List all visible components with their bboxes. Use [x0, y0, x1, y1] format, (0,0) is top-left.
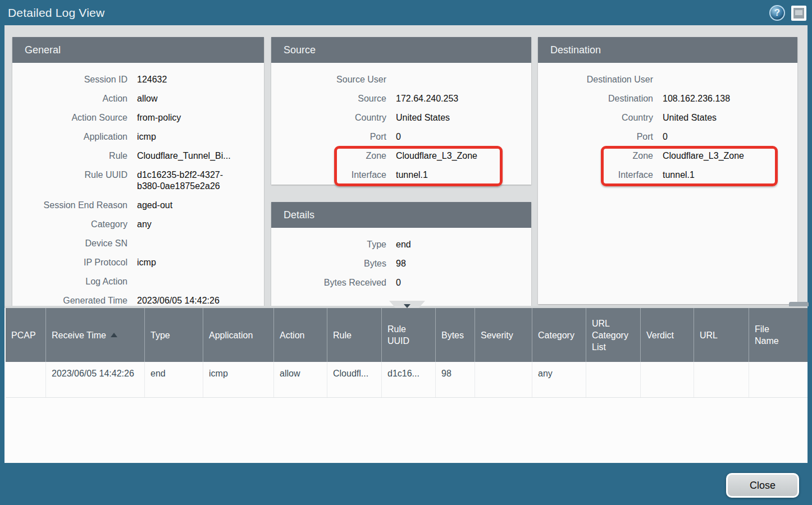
field-label: Action: [12, 93, 127, 104]
cell-url: [694, 362, 749, 397]
window-icon-glyph: [793, 8, 804, 19]
field-row-port: Port0: [538, 127, 797, 146]
window-icon[interactable]: [791, 6, 806, 21]
sort-ascending-icon: [111, 333, 117, 337]
field-row-country: CountryUnited States: [271, 108, 531, 127]
field-value: tunnel.1: [396, 169, 428, 181]
column-header-pcap[interactable]: PCAP: [6, 308, 46, 362]
column-header-label: Rule UUID: [387, 323, 430, 347]
titlebar-icons: ?: [769, 5, 806, 21]
field-value: Cloudflare_L3_Zone: [396, 150, 477, 162]
column-header-bytes[interactable]: Bytes: [436, 308, 475, 362]
field-label: Destination User: [538, 74, 653, 85]
field-value: from-policy: [137, 112, 181, 123]
field-row-source-user: Source User: [271, 70, 531, 89]
table-row[interactable]: 2023/06/05 14:42:26endicmpallowCloudfl..…: [6, 362, 808, 398]
column-header-label: Application: [209, 329, 253, 341]
field-value: 98: [396, 258, 406, 269]
field-row-device-sn: Device SN: [12, 234, 264, 253]
field-label: Session ID: [12, 74, 127, 85]
column-header-category[interactable]: Category: [532, 308, 586, 362]
cell-file-name: [749, 362, 807, 397]
field-label: Interface: [538, 169, 653, 181]
field-label: Generated Time: [12, 295, 127, 306]
column-header-action[interactable]: Action: [274, 308, 327, 362]
cell-application: icmp: [203, 362, 274, 397]
field-row-port: Port0: [271, 127, 531, 146]
field-row-session-id: Session ID124632: [12, 70, 264, 89]
cell-url-category-list: [586, 362, 641, 397]
field-label: Port: [271, 131, 386, 143]
column-header-rule-uuid[interactable]: Rule UUID: [382, 308, 436, 362]
field-label: Rule UUID: [12, 169, 127, 192]
help-icon[interactable]: ?: [769, 5, 785, 21]
field-label: Bytes: [271, 258, 386, 269]
cell-pcap: [6, 362, 46, 397]
field-label: Session End Reason: [12, 200, 127, 211]
dialog-footer: Close: [0, 463, 812, 505]
field-row-bytes: Bytes98: [271, 254, 531, 273]
close-button[interactable]: Close: [726, 473, 799, 498]
field-row-application: Applicationicmp: [12, 127, 264, 146]
column-header-application[interactable]: Application: [203, 308, 274, 362]
column-header-verdict[interactable]: Verdict: [641, 308, 694, 362]
column-header-file-name[interactable]: File Name: [749, 308, 807, 362]
cell-action: allow: [274, 362, 327, 397]
field-label: Port: [538, 131, 653, 143]
column-header-rule[interactable]: Rule: [327, 308, 382, 362]
field-value: any: [137, 219, 152, 230]
field-row-country: CountryUnited States: [538, 108, 797, 127]
column-header-label: Action: [280, 329, 304, 341]
field-label: Source User: [271, 74, 386, 85]
log-table-header-row: PCAPReceive TimeTypeApplicationActionRul…: [6, 308, 808, 362]
page-title: Detailed Log View: [0, 6, 104, 20]
field-label: Source: [271, 93, 386, 104]
field-label: Application: [12, 131, 127, 143]
cell-verdict: [641, 362, 694, 397]
general-panel-header: General: [12, 37, 264, 63]
column-header-label: Type: [150, 329, 170, 341]
field-row-rule-uuid: Rule UUIDd1c16235-b2f2-4327-b380-0ae1875…: [12, 166, 264, 196]
field-label: Device SN: [12, 238, 127, 249]
field-value: United States: [396, 112, 450, 123]
destination-column: Destination Destination UserDestination1…: [538, 37, 797, 304]
column-header-severity[interactable]: Severity: [475, 308, 532, 362]
cell-rule-uuid: d1c16...: [382, 362, 436, 397]
field-value: aged-out: [137, 200, 172, 211]
field-label: IP Protocol: [12, 257, 127, 268]
field-row-zone: ZoneCloudflare_L3_Zone: [538, 146, 797, 166]
details-panel-body: TypeendBytes98Bytes Received0: [271, 228, 531, 306]
chevron-down-icon: [404, 304, 410, 308]
scrollbar-corner: [789, 302, 809, 306]
destination-panel: Destination Destination UserDestination1…: [538, 37, 797, 304]
field-row-ip-protocol: IP Protocolicmp: [12, 253, 264, 272]
dialog-title-bar: Detailed Log View ?: [0, 0, 812, 25]
details-panel-header: Details: [271, 202, 531, 228]
source-panel-header: Source: [271, 37, 531, 63]
field-row-generated-time: Generated Time2023/06/05 14:42:26: [12, 291, 264, 306]
log-table: PCAPReceive TimeTypeApplicationActionRul…: [6, 308, 808, 398]
field-row-category: Categoryany: [12, 215, 264, 234]
column-header-receive-time[interactable]: Receive Time: [46, 308, 145, 362]
field-row-rule: RuleCloudflare_Tunnel_Bi...: [12, 146, 264, 166]
field-value: United States: [663, 112, 717, 123]
column-header-label: File Name: [755, 323, 782, 347]
column-header-type[interactable]: Type: [145, 308, 203, 362]
field-row-action: Actionallow: [12, 89, 264, 108]
field-value: allow: [137, 93, 157, 104]
field-value: icmp: [137, 257, 156, 268]
cell-severity: [475, 362, 532, 397]
field-value: icmp: [137, 131, 156, 143]
field-label: Zone: [538, 150, 653, 162]
cell-type: end: [145, 362, 203, 397]
source-panel-body: Source UserSource172.64.240.253CountryUn…: [271, 63, 531, 185]
cell-category: any: [532, 362, 586, 397]
field-value: 0: [663, 131, 668, 143]
field-row-interface: Interfacetunnel.1: [271, 166, 531, 185]
field-value: tunnel.1: [663, 169, 695, 181]
column-header-label: URL: [700, 329, 718, 341]
field-value: 108.162.236.138: [663, 93, 730, 104]
column-header-url-category-list[interactable]: URL Category List: [586, 308, 641, 362]
column-header-url[interactable]: URL: [694, 308, 749, 362]
field-label: Category: [12, 219, 127, 230]
